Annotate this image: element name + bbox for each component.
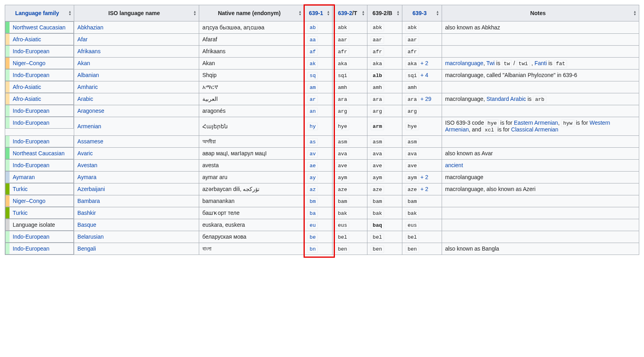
code-639-1[interactable]: as xyxy=(308,138,318,146)
code-639-3-extra-link[interactable]: + 2 xyxy=(419,60,429,66)
code-639-1[interactable]: eu xyxy=(308,222,318,229)
cell-639-2t: arg xyxy=(333,105,367,117)
code-639-1[interactable]: az xyxy=(308,186,318,193)
col-header-639-2b[interactable]: 639-2/B xyxy=(367,5,402,21)
code-639-1[interactable]: aa xyxy=(308,36,318,44)
cell-iso-name: Amharic xyxy=(74,81,199,93)
language-family-link[interactable]: Afro-Asiatic xyxy=(13,96,41,102)
code-639-3: aze xyxy=(406,186,419,193)
language-family-link[interactable]: Afro-Asiatic xyxy=(13,84,41,90)
cell-iso-name: Azerbaijani xyxy=(74,183,199,195)
iso-language-name-link[interactable]: Bashkir xyxy=(77,210,96,216)
code-639-1[interactable]: ay xyxy=(308,174,318,181)
cell-native-name: avesta xyxy=(199,159,304,171)
notes-link[interactable]: macrolanguage xyxy=(445,60,484,66)
family-color-swatch xyxy=(6,136,10,147)
language-family-link[interactable]: Northeast Caucasian xyxy=(13,150,65,156)
language-family-link[interactable]: Indo-European xyxy=(13,245,50,252)
code-639-1[interactable]: ab xyxy=(308,24,318,31)
family-color-swatch xyxy=(6,195,10,206)
col-header-notes[interactable]: Notes xyxy=(442,5,639,21)
sort-icon[interactable] xyxy=(361,11,365,15)
language-family-link[interactable]: Turkic xyxy=(13,210,28,216)
code-639-1[interactable]: ba xyxy=(308,210,318,217)
code-639-3-extra-link[interactable]: + 4 xyxy=(419,72,429,78)
notes-link[interactable]: Twi xyxy=(486,60,495,66)
code-639-1[interactable]: am xyxy=(308,84,318,91)
sort-icon[interactable] xyxy=(193,11,196,15)
code-639-3: asm xyxy=(406,138,419,146)
code-639-1[interactable]: bm xyxy=(308,198,318,205)
cell-language-family: Turkic xyxy=(5,183,74,195)
cell-iso-name: Albanian xyxy=(74,69,199,81)
code-639-1[interactable]: av xyxy=(308,150,318,158)
code-639-2b: bam xyxy=(371,198,384,205)
notes-link[interactable]: Eastern Armenian xyxy=(514,120,558,126)
notes-link[interactable]: Fanti xyxy=(534,60,547,66)
iso-language-name-link[interactable]: Abkhazian xyxy=(77,24,103,31)
language-family-link[interactable]: Turkic xyxy=(13,186,28,192)
code-639-1[interactable]: sq xyxy=(308,72,318,79)
language-family-link[interactable]: Indo-European xyxy=(13,233,50,240)
code-639-3-extra-link[interactable]: + 29 xyxy=(419,96,432,102)
language-family-link[interactable]: Niger–Congo xyxy=(13,198,46,204)
code-639-1[interactable]: be xyxy=(308,233,318,241)
iso-language-name-link[interactable]: Azerbaijani xyxy=(77,186,105,192)
iso-language-name-link[interactable]: Afar xyxy=(77,36,88,42)
code-639-2b: arm xyxy=(371,123,384,130)
language-family-link[interactable]: Niger–Congo xyxy=(13,60,46,66)
language-family-link[interactable]: Indo-European xyxy=(13,108,50,114)
code-639-3-extra-link[interactable]: + 2 xyxy=(419,174,429,180)
iso-language-name-link[interactable]: Avaric xyxy=(77,150,93,156)
language-family-link[interactable]: Indo-European xyxy=(13,72,50,78)
code-639-3-extra-link[interactable]: + 2 xyxy=(419,186,429,192)
sort-icon[interactable] xyxy=(327,11,330,15)
iso-language-name-link[interactable]: Aragonese xyxy=(77,108,104,114)
sort-icon[interactable] xyxy=(298,11,302,15)
code-639-1[interactable]: an xyxy=(308,108,318,115)
family-color-swatch xyxy=(6,34,10,45)
code-639-1[interactable]: af xyxy=(308,48,318,56)
sort-icon[interactable] xyxy=(633,11,636,15)
language-family-link[interactable]: Indo-European xyxy=(13,120,50,126)
iso-language-name-link[interactable]: Avestan xyxy=(77,162,97,168)
iso-language-name-link[interactable]: Aymara xyxy=(77,174,96,180)
code-639-1[interactable]: ar xyxy=(308,96,318,103)
col-header-language-family[interactable]: Language family xyxy=(5,5,74,21)
language-family-link[interactable]: Indo-European xyxy=(13,162,50,168)
iso-language-name-link[interactable]: Bengali xyxy=(77,245,96,252)
code-639-1[interactable]: ak xyxy=(308,60,318,68)
col-header-639-1[interactable]: 639-1 xyxy=(304,5,333,21)
iso-language-name-link[interactable]: Afrikaans xyxy=(77,48,100,54)
iso-language-name-link[interactable]: Arabic xyxy=(77,96,93,102)
code-639-1[interactable]: hy xyxy=(308,123,318,130)
iso-language-name-link[interactable]: Bambara xyxy=(77,198,100,204)
language-family-link[interactable]: Afro-Asiatic xyxy=(13,36,41,42)
language-family-link[interactable]: Northwest Caucasian xyxy=(13,24,65,31)
language-family-link[interactable]: Aymaran xyxy=(13,174,35,180)
iso-language-name-link[interactable]: Albanian xyxy=(77,72,99,78)
iso-language-name-link[interactable]: Belarusian xyxy=(77,233,104,240)
iso-language-name-link[interactable]: Armenian xyxy=(77,123,101,129)
sort-icon[interactable] xyxy=(68,11,71,15)
notes-link[interactable]: Classical Armenian xyxy=(511,126,558,133)
code-639-1[interactable]: bn xyxy=(308,245,318,253)
language-family-link[interactable]: Indo-European xyxy=(13,48,50,54)
iso-language-name-link[interactable]: Akan xyxy=(77,60,90,66)
iso-language-name-link[interactable]: Assamese xyxy=(77,138,103,145)
sort-icon[interactable] xyxy=(436,11,439,15)
sort-icon[interactable] xyxy=(396,11,400,15)
notes-link[interactable]: Standard Arabic xyxy=(486,96,526,102)
col-header-native-name[interactable]: Native name (endonym) xyxy=(199,5,304,21)
cell-639-3: hye xyxy=(402,117,442,135)
language-family-link[interactable]: Indo-European xyxy=(13,138,50,145)
iso-language-name-link[interactable]: Basque xyxy=(77,222,96,228)
cell-639-2b: ave xyxy=(367,159,402,171)
iso-language-name-link[interactable]: Amharic xyxy=(77,84,98,90)
col-header-639-2t[interactable]: 639-2/T xyxy=(333,5,367,21)
cell-iso-name: Bambara xyxy=(74,195,199,207)
code-639-1[interactable]: ae xyxy=(308,162,318,170)
notes-link[interactable]: ancient xyxy=(445,162,463,168)
col-header-639-3[interactable]: 639-3 xyxy=(402,5,442,21)
col-header-iso-language-name[interactable]: ISO language name xyxy=(74,5,199,21)
